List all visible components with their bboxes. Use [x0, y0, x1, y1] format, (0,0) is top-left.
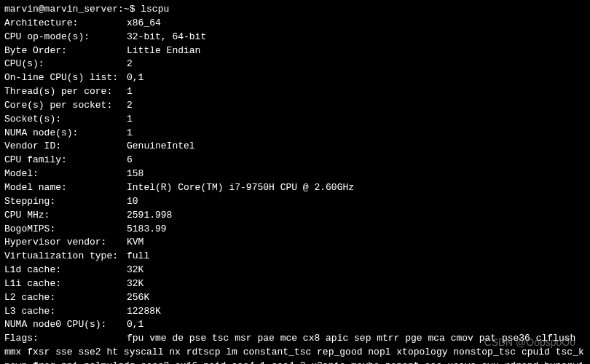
output-label: Stepping:: [4, 195, 127, 209]
output-value: 0,1: [127, 318, 586, 332]
output-row: Vendor ID:GenuineIntel: [4, 140, 586, 154]
output-label: Architecture:: [4, 17, 127, 31]
output-label: Socket(s):: [4, 113, 127, 127]
output-label: L1d cache:: [4, 264, 127, 277]
output-label: NUMA node(s):: [4, 127, 127, 141]
output-label: L3 cache:: [4, 305, 127, 319]
output-row: L3 cache:12288K: [4, 305, 586, 319]
flags-label: Flags:: [4, 332, 127, 346]
output-value: 158: [127, 167, 586, 181]
output-value: Little Endian: [127, 44, 586, 58]
output-row: Model name:Intel(R) Core(TM) i7-9750H CP…: [4, 181, 586, 195]
prompt-path: :~$: [118, 4, 141, 15]
output-row: Architecture:x86_64: [4, 17, 586, 31]
output-value: 2: [127, 58, 586, 71]
output-row: Stepping:10: [4, 195, 586, 209]
output-value: 10: [127, 195, 586, 209]
output-value: Intel(R) Core(TM) i7-9750H CPU @ 2.60GHz: [127, 181, 586, 195]
output-label: Vendor ID:: [4, 140, 127, 154]
command-text: lscpu: [141, 4, 169, 15]
output-value: x86_64: [127, 17, 586, 31]
output-row: CPU op-mode(s):32-bit, 64-bit: [4, 31, 586, 44]
output-row: Byte Order:Little Endian: [4, 44, 586, 58]
output-value: 12288K: [127, 305, 586, 319]
output-value: 0,1: [127, 71, 586, 85]
output-label: BogoMIPS:: [4, 223, 127, 237]
output-row: On-line CPU(s) list:0,1: [4, 71, 586, 85]
prompt-user-host: marvin@marvin_server: [4, 4, 118, 15]
output-row: CPU(s):2: [4, 58, 586, 71]
output-row: L1i cache:32K: [4, 277, 586, 291]
output-value: 5183.99: [127, 223, 586, 237]
output-label: L1i cache:: [4, 277, 127, 291]
output-label: On-line CPU(s) list:: [4, 71, 127, 85]
output-label: Core(s) per socket:: [4, 99, 127, 113]
output-row: Virtualization type:full: [4, 250, 586, 264]
command-prompt-line: marvin@marvin_server:~$ lscpu: [4, 3, 586, 17]
output-row: Thread(s) per core:1: [4, 85, 586, 99]
output-value: 256K: [127, 291, 586, 305]
output-row: L2 cache:256K: [4, 291, 586, 305]
output-label: CPU op-mode(s):: [4, 31, 127, 44]
output-label: CPU(s):: [4, 58, 127, 71]
output-row: CPU family:6: [4, 154, 586, 167]
output-label: NUMA node0 CPU(s):: [4, 318, 127, 332]
output-row: CPU MHz:2591.998: [4, 209, 586, 223]
output-value: 32K: [127, 277, 586, 291]
output-label: Hypervisor vendor:: [4, 236, 127, 250]
output-row: NUMA node0 CPU(s):0,1: [4, 318, 586, 332]
output-value: 1: [127, 85, 586, 99]
output-value: 32K: [127, 264, 586, 277]
output-value: 6: [127, 154, 586, 167]
output-label: Thread(s) per core:: [4, 85, 127, 99]
output-value: 1: [127, 127, 586, 141]
output-row: Core(s) per socket:2: [4, 99, 586, 113]
output-label: CPU family:: [4, 154, 127, 167]
output-label: Model name:: [4, 181, 127, 195]
output-value: 2: [127, 99, 586, 113]
output-label: Byte Order:: [4, 44, 127, 58]
output-value: 32-bit, 64-bit: [127, 31, 586, 44]
output-row: L1d cache:32K: [4, 264, 586, 277]
output-row: Socket(s):1: [4, 113, 586, 127]
output-label: CPU MHz:: [4, 209, 127, 223]
watermark: CSDN @OopspoOo: [484, 335, 575, 349]
output-value: GenuineIntel: [127, 140, 586, 154]
output-label: Virtualization type:: [4, 250, 127, 264]
output-row: Model:158: [4, 167, 586, 181]
output-value: full: [127, 250, 586, 264]
output-value: KVM: [127, 236, 586, 250]
output-row: NUMA node(s):1: [4, 127, 586, 141]
output-value: 1: [127, 113, 586, 127]
output-value: 2591.998: [127, 209, 586, 223]
lscpu-output: Architecture:x86_64CPU op-mode(s):32-bit…: [4, 17, 586, 332]
output-label: L2 cache:: [4, 291, 127, 305]
output-row: Hypervisor vendor:KVM: [4, 236, 586, 250]
output-row: BogoMIPS:5183.99: [4, 223, 586, 237]
output-label: Model:: [4, 167, 127, 181]
